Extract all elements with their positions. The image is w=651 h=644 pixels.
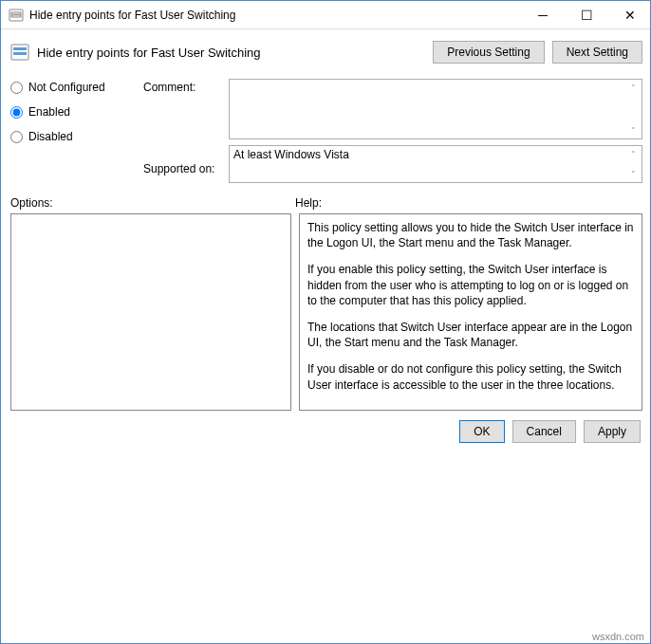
help-text: This policy setting allows you to hide t… [307,220,634,250]
minimize-button[interactable]: ─ [521,1,565,29]
options-panel [10,213,291,411]
radio-enabled[interactable]: Enabled [10,105,143,119]
titlebar: Hide entry points for Fast User Switchin… [1,1,651,29]
next-setting-button[interactable]: Next Setting [552,41,642,64]
svg-rect-1 [11,12,21,14]
watermark: wsxdn.com [592,631,644,642]
previous-setting-button[interactable]: Previous Setting [433,41,544,64]
scroll-up-icon[interactable]: ˄ [625,80,642,96]
mid-labels: Comment: Supported on: [143,79,229,175]
panel-labels: Options: Help: [1,187,651,213]
maximize-button[interactable]: ☐ [565,1,608,29]
comment-label: Comment: [143,81,229,94]
window-controls: ─ ☐ ✕ [521,1,651,29]
supported-value: At least Windows Vista [233,148,349,161]
comment-field[interactable]: ˄ ˅ [229,79,642,139]
help-text: The locations that Switch User interface… [307,320,634,350]
state-radios: Not Configured Enabled Disabled [10,79,143,155]
svg-rect-4 [13,47,27,50]
cancel-button[interactable]: Cancel [512,420,576,443]
apply-button[interactable]: Apply [584,420,641,443]
help-panel: This policy setting allows you to hide t… [299,213,642,411]
window-title: Hide entry points for Fast User Switchin… [29,9,521,22]
panels: This policy setting allows you to hide t… [1,213,651,411]
radio-enabled-input[interactable] [10,106,23,119]
window-icon [9,8,24,23]
help-text: If you enable this policy setting, the S… [307,262,634,308]
radio-not-configured-input[interactable] [10,82,23,94]
svg-rect-5 [13,52,27,55]
radio-disabled[interactable]: Disabled [10,130,143,143]
radio-enabled-label: Enabled [28,105,70,119]
close-button[interactable]: ✕ [608,1,651,29]
supported-label: Supported on: [143,162,229,175]
fields: ˄ ˅ At least Windows Vista ˄ ˅ [229,79,642,183]
scroll-down-icon[interactable]: ˅ [625,122,642,138]
radio-not-configured[interactable]: Not Configured [10,81,143,94]
help-text: If you disable or do not configure this … [307,361,634,392]
radio-not-configured-label: Not Configured [28,81,105,94]
radio-disabled-input[interactable] [10,131,23,143]
config-area: Not Configured Enabled Disabled Comment:… [1,73,651,187]
scroll-down-icon[interactable]: ˅ [625,166,642,182]
bottom-bar: OK Cancel Apply [1,411,651,454]
svg-rect-2 [11,15,21,17]
ok-button[interactable]: OK [459,420,504,443]
policy-title: Hide entry points for Fast User Switchin… [37,46,433,60]
radio-disabled-label: Disabled [28,130,73,143]
supported-field: At least Windows Vista ˄ ˅ [229,145,642,183]
policy-header: Hide entry points for Fast User Switchin… [1,29,651,73]
help-label: Help: [295,196,642,210]
policy-icon [10,43,29,62]
options-label: Options: [10,196,295,210]
scroll-up-icon[interactable]: ˄ [625,146,642,162]
